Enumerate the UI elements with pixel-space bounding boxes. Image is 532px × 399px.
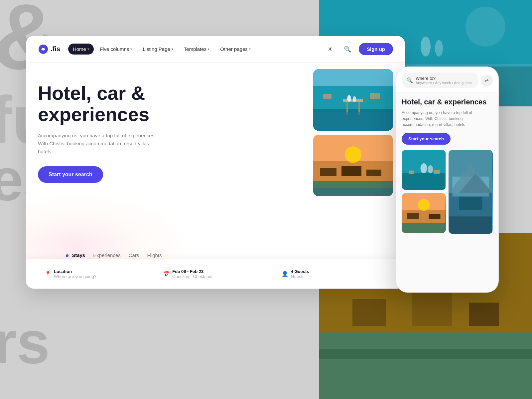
svg-rect-28 [366,170,381,176]
nav-templates[interactable]: Templates ▾ [179,44,214,55]
phone-images [402,150,493,234]
date-placeholder: Check in - Check out [172,274,212,279]
nav-listing-label: Listing Page [143,46,170,52]
bg-char-4: rs [0,313,50,372]
svg-point-17 [347,95,351,102]
svg-rect-9 [469,303,499,326]
svg-point-39 [418,199,430,211]
svg-point-3 [421,37,431,57]
tab-cars[interactable]: Cars [129,252,139,258]
hero-title: Hotel, car & experiences [38,82,191,125]
guests-field[interactable]: 👤 4 Guests Guests [275,269,393,279]
hero-images [313,69,393,196]
logo-icon [38,44,49,55]
nav-other-chevron: ▾ [249,47,251,51]
phone-description: Accompanying us, you have a trip full of… [402,110,493,128]
logo[interactable]: .fis [38,44,60,55]
phone-mockup: 🔍 Where to? Anywhere • Any week • Add gu… [396,66,499,293]
hero-image-sunset [313,135,393,196]
svg-point-25 [345,146,361,163]
logo-text: .fis [51,45,60,53]
signup-button[interactable]: Sign up [359,43,393,55]
tab-experiences[interactable]: Experiences [93,252,121,258]
tab-cars-label: Cars [129,252,139,258]
nav-five-columns[interactable]: Five columns ▾ [95,44,137,55]
nav-items: Home ▾ Five columns ▾ Listing Page ▾ Tem… [68,44,324,55]
date-label: Feb 06 - Feb 23 [172,269,212,274]
svg-rect-7 [352,299,386,326]
svg-rect-29 [313,188,393,196]
tab-stays[interactable]: Stays [66,252,85,258]
search-button-nav[interactable]: 🔍 [341,43,353,55]
svg-rect-16 [358,102,360,115]
nav-actions: ☀ 🔍 Sign up [324,43,393,55]
guests-icon: 👤 [282,271,288,277]
phone-filter-button[interactable]: ⇌ [481,74,493,86]
hero-description: Accompanying us, you have a trip full of… [38,132,164,156]
calendar-icon: 📅 [163,271,170,277]
phone-search-icon: 🔍 [406,77,413,83]
svg-rect-34 [409,171,414,174]
svg-rect-13 [313,109,393,131]
svg-rect-10 [319,349,532,359]
svg-point-33 [428,165,433,173]
nav-home[interactable]: Home ▾ [68,44,94,55]
svg-rect-6 [319,332,532,399]
guests-label: 4 Guests [291,269,309,274]
phone-image-2 [402,193,446,233]
svg-rect-45 [459,197,482,210]
svg-rect-38 [402,223,446,233]
date-field[interactable]: 📅 Feb 06 - Feb 23 Check in - Check out [156,269,275,279]
svg-rect-21 [370,93,380,99]
main-card: .fis Home ▾ Five columns ▾ Listing Page … [26,36,405,289]
svg-rect-41 [429,214,441,219]
tab-stays-label: Stays [72,252,85,258]
svg-point-4 [435,40,443,57]
nav-templates-chevron: ▾ [208,47,209,51]
svg-rect-27 [341,166,361,176]
svg-rect-31 [402,173,446,190]
nav-other-pages[interactable]: Other pages ▾ [215,44,255,55]
phone-search-input[interactable]: 🔍 Where to? Anywhere • Any week • Add gu… [402,72,478,88]
location-icon: 📍 [45,271,51,277]
nav-five-columns-label: Five columns [100,46,129,52]
phone-search-sub: Anywhere • Any week • Add guests [416,81,472,85]
svg-rect-40 [407,213,419,219]
phone-search-button[interactable]: Start your search [402,133,451,145]
tab-dot [66,254,68,257]
nav-home-chevron: ▾ [87,47,89,51]
nav-listing-page[interactable]: Listing Page ▾ [138,44,178,55]
svg-rect-48 [449,216,492,234]
phone-search-bar: 🔍 Where to? Anywhere • Any week • Add gu… [396,67,498,92]
guests-placeholder: Guests [291,274,309,279]
svg-rect-35 [434,170,440,174]
search-bar: 📍 Location Where are you going? 📅 Feb 06… [26,259,405,289]
phone-search-text: Where to? [416,76,472,81]
tab-experiences-label: Experiences [93,252,121,258]
location-label: Location [54,269,96,274]
svg-point-2 [466,7,505,47]
hero-search-button[interactable]: Start your search [38,166,103,183]
svg-rect-20 [323,94,332,99]
search-tabs: Stays Experiences Cars Flights [66,252,162,258]
tab-flights-label: Flights [147,252,162,258]
svg-rect-8 [412,293,452,326]
nav-other-pages-label: Other pages [220,46,248,52]
svg-rect-26 [320,168,336,176]
hero-section: Hotel, car & experiences Accompanying us… [26,63,405,289]
nav-five-chevron: ▾ [130,47,132,51]
navbar: .fis Home ▾ Five columns ▾ Listing Page … [26,36,405,63]
nav-listing-chevron: ▾ [172,47,173,51]
svg-point-18 [353,96,356,102]
phone-content: Hotel, car & experiences Accompanying us… [396,92,498,293]
theme-toggle-button[interactable]: ☀ [324,43,336,55]
svg-rect-19 [313,69,393,86]
tab-flights[interactable]: Flights [147,252,162,258]
nav-templates-label: Templates [184,46,206,52]
location-field[interactable]: 📍 Location Where are you going? [38,269,156,279]
location-placeholder: Where are you going? [54,274,96,279]
phone-image-1 [402,150,446,190]
svg-rect-15 [346,102,348,115]
nav-home-label: Home [73,46,86,52]
hero-image-tropical [313,69,393,131]
